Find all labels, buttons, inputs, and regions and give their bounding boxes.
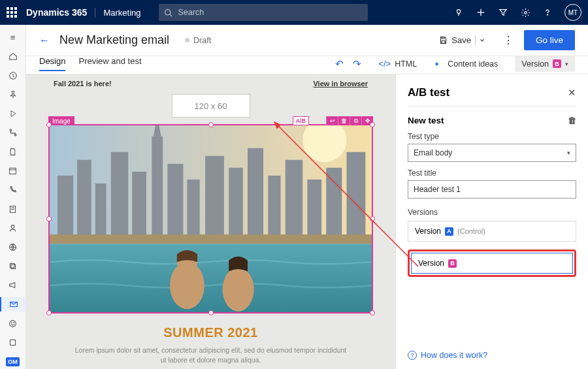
back-arrow-icon[interactable]: ← xyxy=(39,35,50,46)
version-b-row[interactable]: Version B xyxy=(411,253,573,274)
resize-handle[interactable] xyxy=(370,122,375,127)
brand-name[interactable]: Dynamics 365 xyxy=(26,7,87,18)
play-icon[interactable] xyxy=(5,106,21,121)
status-text: Draft xyxy=(193,36,211,45)
lightbulb-icon[interactable] xyxy=(453,7,464,18)
svg-rect-39 xyxy=(205,156,224,238)
page-title: New Marketing email xyxy=(59,33,169,47)
resize-handle[interactable] xyxy=(46,216,52,221)
close-icon[interactable]: ✕ xyxy=(568,87,576,99)
save-icon xyxy=(439,36,448,44)
test-title-input[interactable]: Header test 1 xyxy=(408,180,576,199)
tabs-toolbar: Design Preview and test ↶ ↷ </>HTML Cont… xyxy=(26,56,588,74)
svg-point-6 xyxy=(524,11,527,14)
form-icon[interactable] xyxy=(5,202,21,216)
question-icon: ? xyxy=(408,351,417,360)
phone-icon[interactable] xyxy=(5,183,21,197)
svg-rect-32 xyxy=(95,184,106,238)
page-header: ← New Marketing email Draft Save ⋮ Go li… xyxy=(26,25,588,56)
help-icon[interactable] xyxy=(542,7,553,18)
version-dropdown[interactable]: Version B ▾ xyxy=(515,56,575,72)
sparkle-icon xyxy=(434,59,444,69)
page-icon[interactable] xyxy=(5,144,21,159)
om-badge[interactable]: OM xyxy=(5,355,21,369)
calendar-icon[interactable] xyxy=(5,164,21,178)
resize-handle[interactable] xyxy=(46,310,52,315)
svg-rect-48 xyxy=(50,244,372,312)
person-icon[interactable] xyxy=(5,221,21,235)
logo-placeholder[interactable]: 120 x 60 xyxy=(172,94,250,118)
svg-rect-26 xyxy=(442,40,445,43)
resize-handle[interactable] xyxy=(208,310,214,315)
version-a-badge: A xyxy=(445,227,453,236)
pin-icon[interactable] xyxy=(5,88,21,102)
email-body-text[interactable]: Lorem ipsum dolor sit amet, consectetur … xyxy=(48,340,373,364)
email-canvas: Fall 2021 is here! View in browser 120 x… xyxy=(26,74,395,369)
svg-rect-27 xyxy=(442,37,444,39)
svg-rect-46 xyxy=(347,152,366,238)
resize-handle[interactable] xyxy=(208,122,214,127)
delete-icon[interactable]: 🗑 xyxy=(338,116,350,125)
filter-icon[interactable] xyxy=(498,7,508,18)
redo-icon[interactable]: ↷ xyxy=(353,58,361,70)
save-split-chevron-icon[interactable] xyxy=(475,35,489,45)
undo-icon[interactable]: ↶ xyxy=(335,58,344,70)
svg-rect-42 xyxy=(268,176,280,238)
trash-icon[interactable]: 🗑 xyxy=(568,116,576,125)
search-icon xyxy=(164,8,172,17)
go-live-button[interactable]: Go live xyxy=(524,30,575,50)
svg-rect-41 xyxy=(248,148,263,238)
app-launcher-icon[interactable] xyxy=(7,7,17,18)
svg-rect-37 xyxy=(167,164,183,238)
global-top-bar: Dynamics 365 Marketing Search MT xyxy=(0,0,588,25)
html-toggle[interactable]: </>HTML xyxy=(378,59,417,69)
test-type-label: Test type xyxy=(408,132,576,141)
revert-icon[interactable]: ↩ xyxy=(326,116,338,125)
journey-icon[interactable] xyxy=(5,125,21,140)
svg-rect-47 xyxy=(50,234,372,244)
test-title-label: Test title xyxy=(408,168,576,178)
left-nav-rail: ≡ OM xyxy=(0,25,26,369)
hamburger-icon[interactable]: ≡ xyxy=(5,30,21,44)
overflow-menu-icon[interactable]: ⋮ xyxy=(499,34,517,46)
new-test-heading: New test xyxy=(408,116,444,125)
hero-image xyxy=(50,125,372,312)
resize-handle[interactable] xyxy=(46,122,52,127)
mail-icon[interactable] xyxy=(0,297,26,312)
copy-icon[interactable] xyxy=(5,259,21,274)
svg-point-24 xyxy=(14,322,14,323)
tab-design[interactable]: Design xyxy=(39,56,65,71)
svg-point-7 xyxy=(547,14,547,15)
resize-handle[interactable] xyxy=(370,216,375,221)
clone-icon[interactable]: ⧉ xyxy=(350,116,361,125)
version-a-row[interactable]: Version A (Control) xyxy=(408,221,576,242)
code-icon: </> xyxy=(378,59,391,69)
svg-rect-34 xyxy=(132,172,146,238)
test-type-select[interactable]: Email body ▾ xyxy=(408,144,576,162)
user-avatar[interactable]: MT xyxy=(564,4,581,21)
megaphone-icon[interactable] xyxy=(5,278,21,293)
search-placeholder: Search xyxy=(178,8,204,17)
svg-rect-30 xyxy=(57,176,73,238)
selected-image-block[interactable]: Image A/B ↩ 🗑 ⧉ ✥ xyxy=(48,124,373,313)
content-ideas-button[interactable]: Content ideas xyxy=(434,59,498,69)
svg-rect-38 xyxy=(187,180,199,238)
svg-point-11 xyxy=(14,134,16,136)
chevron-down-icon: ▾ xyxy=(565,61,568,67)
global-search-input[interactable]: Search xyxy=(159,4,368,21)
ab-chip[interactable]: A/B xyxy=(293,116,310,125)
home-icon[interactable] xyxy=(5,49,21,63)
help-link[interactable]: ? How does it work? xyxy=(408,351,487,360)
view-in-browser-link[interactable]: View in browser xyxy=(313,80,368,88)
gear-icon[interactable] xyxy=(520,7,531,18)
tab-preview[interactable]: Preview and test xyxy=(78,56,141,71)
resize-handle[interactable] xyxy=(370,310,375,315)
smiley-icon[interactable] xyxy=(5,316,21,330)
save-button[interactable]: Save xyxy=(435,33,493,48)
recent-icon[interactable] xyxy=(5,68,21,82)
globe-icon[interactable] xyxy=(5,240,21,254)
square-icon[interactable] xyxy=(5,336,21,350)
plus-icon[interactable] xyxy=(476,7,486,18)
email-heading[interactable]: SUMMER 2021 xyxy=(48,325,373,340)
module-name[interactable]: Marketing xyxy=(95,8,140,18)
